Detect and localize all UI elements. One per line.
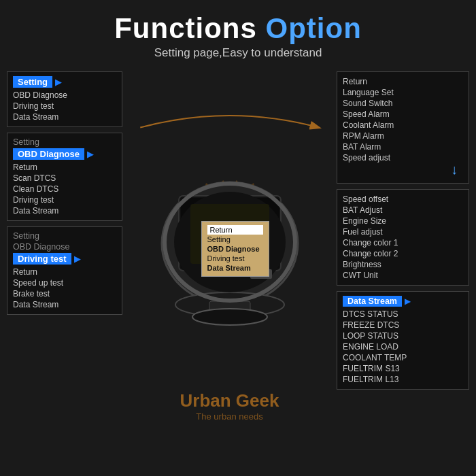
rp-color1[interactable]: Change color 1 [343, 237, 463, 248]
svg-point-7 [192, 309, 267, 325]
setting-sub-panel: Return Language Set Sound Switch Speed A… [337, 71, 469, 184]
title-area: Functions Option Setting page,Easy to un… [0, 0, 476, 64]
rp-rpm-alarm[interactable]: RPM Alarm [343, 131, 463, 141]
popup-driving-item[interactable]: Driving test [207, 254, 263, 263]
rp-fueltrim-s13[interactable]: FUELTRIM S13 [343, 363, 463, 374]
setting-active-label[interactable]: Setting [13, 76, 52, 88]
subtitle: Setting page,Easy to understand [0, 46, 476, 60]
device-popup-menu: Return Setting OBD Diagnose Driving test… [201, 221, 269, 277]
popup-data-item[interactable]: Data Stream [207, 263, 263, 273]
setting-driving-item[interactable]: Driving test [13, 101, 116, 112]
rp-bat-adjust[interactable]: BAT Adjust [343, 205, 463, 216]
setting-panel-header: Setting ▶ [13, 76, 116, 88]
main-title: Functions Option [0, 12, 476, 45]
rp-fueltrim-l13[interactable]: FUELTRIM L13 [343, 374, 463, 385]
rp-coolant-temp[interactable]: COOLANT TEMP [343, 352, 463, 363]
driving-data-item[interactable]: Data Stream [13, 299, 116, 310]
rp-speed-offset[interactable]: Speed offset [343, 194, 463, 205]
rp-color2[interactable]: Change color 2 [343, 248, 463, 259]
rp-cwt-unit[interactable]: CWT Unit [343, 270, 463, 281]
driving-return-item[interactable]: Return [13, 267, 116, 277]
rp-freeze-dtcs[interactable]: FREEZE DTCS [343, 320, 463, 330]
setting-data-item[interactable]: Data Stream [13, 112, 116, 122]
driving-brake-item[interactable]: Brake test [13, 288, 116, 299]
rp-fuel-adjust[interactable]: Fuel adjust [343, 226, 463, 237]
obd-clean-item[interactable]: Clean DTCS [13, 184, 116, 194]
data-stream-active-label[interactable]: Data Stream [343, 296, 402, 307]
setting-arrow-icon: ▶ [55, 77, 62, 87]
driving-speedup-item[interactable]: Speed up test [13, 277, 116, 288]
rp-coolant-alarm[interactable]: Coolant Alarm [343, 120, 463, 131]
center-column: Urban Geek The urban needs [122, 65, 337, 476]
title-blue: Option [266, 12, 362, 44]
setting-obd-item[interactable]: OBD Diagnose [13, 90, 116, 101]
obd-panel-setting-label: Setting [13, 137, 116, 147]
driving-panel-header: Driving test ▶ [13, 253, 116, 265]
obd-data-item[interactable]: Data Stream [13, 205, 116, 216]
driving-panel-setting-label: Setting [13, 231, 116, 241]
obd-panel: Setting OBD Diagnose ▶ Return Scan DTCS … [7, 133, 122, 221]
data-stream-header: Data Stream ▶ [343, 296, 463, 307]
data-stream-arrow-icon: ▶ [405, 296, 411, 306]
rp-engine-size[interactable]: Engine Size [343, 216, 463, 226]
rp-engine-load[interactable]: ENGINE LOAD [343, 341, 463, 352]
down-arrow-icon: ↓ [343, 162, 463, 177]
obd-panel-header: OBD Diagnose ▶ [13, 148, 116, 160]
setting-panel: Setting ▶ OBD Diagnose Driving test Data… [7, 71, 122, 127]
driving-active-label[interactable]: Driving test [13, 253, 71, 265]
rp-brightness[interactable]: Brightness [343, 259, 463, 270]
obd-return-item[interactable]: Return [13, 162, 116, 173]
rp-speed-alarm[interactable]: Speed Alarm [343, 109, 463, 120]
hud-device: OBD2 Return Setting OBD Diagnose Driving… [122, 65, 337, 476]
obd-scan-item[interactable]: Scan DTCS [13, 173, 116, 184]
popup-obd-item[interactable]: OBD Diagnose [207, 244, 263, 254]
driving-panel-obd-label: OBD Diagnose [13, 242, 116, 252]
driving-panel: Setting OBD Diagnose Driving test ▶ Retu… [7, 226, 122, 315]
rp-dtcs-status[interactable]: DTCS STATUS [343, 309, 463, 320]
left-column: Setting ▶ OBD Diagnose Driving test Data… [7, 65, 122, 476]
speed-offset-panel: Speed offset BAT Adjust Engine Size Fuel… [337, 189, 469, 286]
rp-bat-alarm[interactable]: BAT Alarm [343, 141, 463, 152]
rp-langset[interactable]: Language Set [343, 87, 463, 98]
driving-arrow-icon: ▶ [74, 254, 81, 264]
rp-sound-switch[interactable]: Sound Switch [343, 98, 463, 109]
rp-return[interactable]: Return [343, 76, 463, 87]
popup-return-item[interactable]: Return [207, 225, 263, 235]
obd-active-label[interactable]: OBD Diagnose [13, 148, 84, 160]
obd-driving-item[interactable]: Driving test [13, 194, 116, 205]
popup-setting-item[interactable]: Setting [207, 235, 263, 244]
right-column: Return Language Set Sound Switch Speed A… [337, 65, 469, 476]
rp-loop-status[interactable]: LOOP STATUS [343, 330, 463, 341]
title-white: Functions [114, 12, 257, 44]
data-stream-panel: Data Stream ▶ DTCS STATUS FREEZE DTCS LO… [337, 291, 469, 390]
main-layout: Setting ▶ OBD Diagnose Driving test Data… [0, 65, 476, 476]
obd-arrow-icon: ▶ [87, 149, 94, 159]
